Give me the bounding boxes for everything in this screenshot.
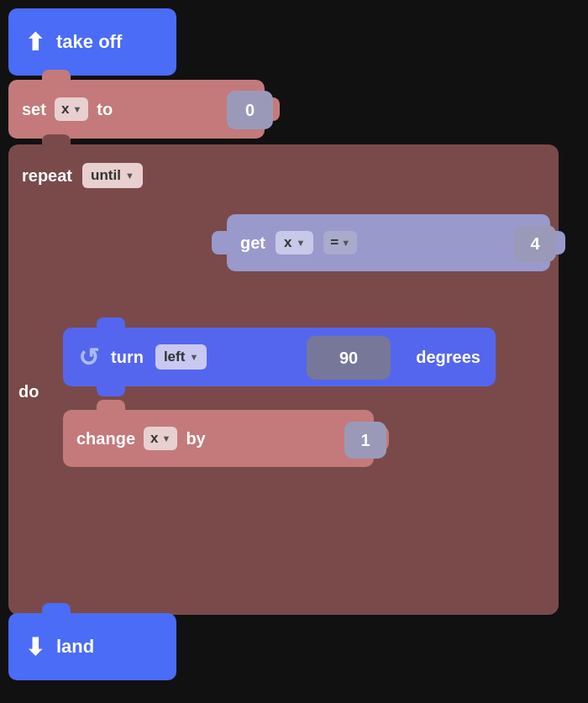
get-block[interactable]: get x ▼ = ▼ (227, 214, 550, 271)
change-value: 1 (360, 431, 370, 450)
set-to-label: to (97, 100, 113, 119)
turn-unit-label: degrees (416, 348, 480, 367)
land-label: land (56, 636, 94, 658)
land-top-tab (42, 603, 71, 613)
repeat-right-tab (235, 164, 250, 187)
repeat-condition-label: until (91, 167, 121, 184)
turn-direction-dropdown[interactable]: left ▼ (155, 344, 207, 370)
set-variable-arrow: ▼ (72, 104, 81, 114)
take-off-arrow-icon: ⬆ (25, 29, 45, 56)
turn-block[interactable]: ↺ turn left ▼ degrees (63, 328, 496, 386)
set-value-box[interactable]: 0 (227, 91, 273, 129)
repeat-condition-arrow: ▼ (125, 171, 134, 181)
change-variable-dropdown[interactable]: x ▼ (144, 427, 177, 450)
repeat-condition-dropdown[interactable]: until ▼ (82, 163, 143, 188)
get-operator-dropdown[interactable]: = ▼ (323, 231, 357, 254)
turn-direction-label: left (164, 349, 186, 365)
get-variable-dropdown[interactable]: x ▼ (276, 231, 313, 254)
repeat-keyword: repeat (22, 166, 72, 186)
do-keyword: do (18, 382, 39, 401)
set-top-tab (42, 70, 71, 80)
do-label: do (18, 382, 39, 401)
change-variable-label: x (150, 430, 158, 447)
get-value: 4 (530, 234, 539, 254)
change-by-label: by (186, 429, 205, 449)
take-off-label: take off (56, 31, 122, 53)
change-value-box[interactable]: 1 (344, 422, 386, 459)
get-value-box[interactable]: 4 (514, 225, 556, 262)
get-keyword: get (240, 233, 265, 253)
land-arrow-icon: ⬇ (25, 633, 45, 661)
change-top-tab (97, 400, 125, 410)
turn-keyword: turn (111, 348, 144, 367)
turn-top-tab (97, 317, 125, 328)
repeat-header[interactable]: repeat until ▼ (8, 147, 235, 204)
turn-refresh-icon: ↺ (78, 343, 99, 372)
get-variable-arrow: ▼ (296, 238, 305, 248)
set-variable-label: x (61, 101, 69, 118)
change-variable-arrow: ▼ (162, 433, 171, 443)
turn-value-box[interactable]: 90 (307, 336, 391, 380)
take-off-block[interactable]: ⬆ take off (8, 8, 176, 76)
get-left-tab (212, 231, 227, 254)
set-value: 0 (245, 101, 255, 120)
land-block[interactable]: ⬇ land (8, 613, 176, 680)
get-variable-label: x (284, 234, 291, 251)
change-block[interactable]: change x ▼ by (63, 410, 374, 467)
change-keyword: change (76, 429, 135, 449)
turn-bottom-tab (97, 386, 125, 396)
repeat-top-tab (42, 134, 71, 144)
turn-direction-arrow: ▼ (189, 352, 198, 362)
set-variable-dropdown[interactable]: x ▼ (55, 97, 88, 121)
get-operator-arrow: ▼ (341, 238, 350, 248)
get-operator-label: = (330, 234, 339, 251)
set-keyword: set (22, 100, 46, 119)
turn-value: 90 (339, 349, 358, 368)
